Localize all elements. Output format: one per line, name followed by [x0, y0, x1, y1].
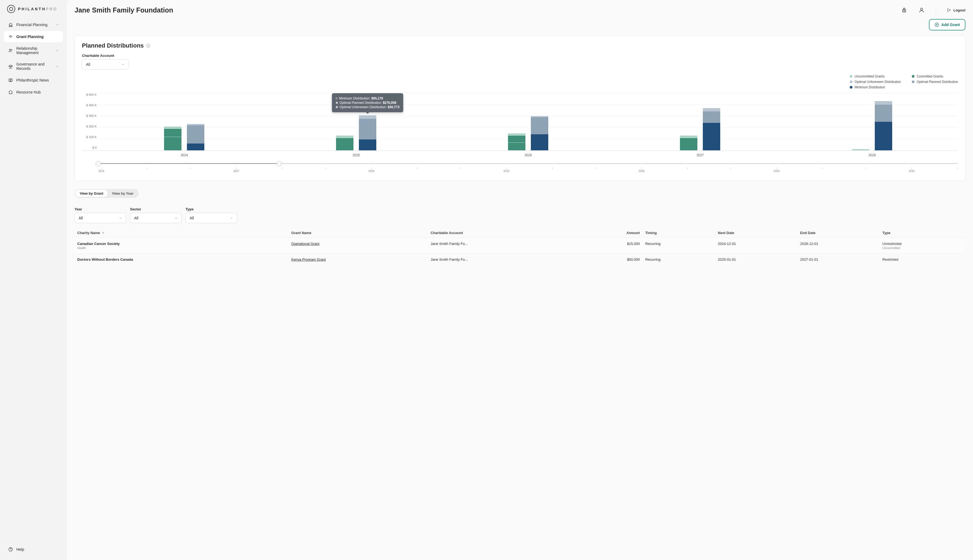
type-filter-select[interactable]: All [186, 213, 237, 223]
table-row[interactable]: Doctors Without Borders CanadaKenya Prog… [75, 253, 965, 266]
chart-legend: Uncommitted Grants Optimal Unforeseen Di… [82, 75, 958, 89]
distributions-bar[interactable] [531, 116, 548, 150]
th-amount[interactable]: Amount [577, 228, 643, 238]
chart: $ 500 K$ 400 K$ 300 K$ 200 K$ 100 K$ 0 M… [82, 91, 958, 174]
year-group: Minimum Distribution: $95,170Optimal Pla… [270, 115, 442, 150]
svg-point-1 [11, 50, 12, 50]
x-axis: 20242025202620272028 [98, 153, 958, 157]
grants-bar[interactable] [164, 127, 182, 150]
distributions-bar[interactable]: Minimum Distribution: $95,170Optimal Pla… [359, 115, 376, 150]
svg-point-0 [10, 49, 11, 50]
year-group [98, 124, 270, 150]
view-by-grant-tab[interactable]: View by Grant [75, 190, 107, 197]
view-toggle: View by Grant View by Year [75, 189, 139, 198]
chart-bars: Minimum Distribution: $95,170Optimal Pla… [98, 93, 958, 150]
nav-governance-records[interactable]: Governance and Records [4, 59, 63, 74]
plus-circle-icon [935, 22, 939, 27]
charity-name: Doctors Without Borders Canada [77, 257, 286, 262]
table-row[interactable]: Canadian Cancer SocietyHealthOperational… [75, 238, 965, 253]
chevron-down-icon [55, 23, 59, 27]
year-range-slider[interactable]: ⋮⋮ ⋮⋮ 2024 2027 2030 2033 2036 2039 2042 [98, 161, 958, 174]
charity-name: Canadian Cancer Society [77, 242, 286, 246]
svg-point-5 [904, 10, 905, 11]
type-cell: UnrestrictedUncommitted [880, 238, 965, 253]
distributions-bar[interactable] [875, 101, 892, 150]
amount-cell: $50,000 [577, 253, 643, 266]
chevron-down-icon [121, 63, 125, 66]
section-title: Planned Distributions i [82, 42, 958, 49]
distributions-bar[interactable] [703, 108, 720, 150]
chevron-down-icon [55, 49, 59, 52]
th-grant[interactable]: Grant Name [289, 228, 428, 238]
year-group [786, 101, 958, 150]
nav-grant-planning[interactable]: Grant Planning [4, 31, 63, 42]
end-date-cell: 2028-12-01 [797, 238, 880, 253]
charitable-account-select[interactable]: All [82, 59, 129, 70]
y-axis: $ 500 K$ 400 K$ 300 K$ 200 K$ 100 K$ 0 [82, 93, 98, 150]
sidebar: PHILANTHPRO Financial Planning Grant Pla… [0, 0, 67, 560]
logout-icon [947, 8, 951, 12]
grants-bar[interactable] [852, 149, 869, 150]
account-cell: Jane Smith Family Fo... [428, 238, 577, 253]
main-content: Jane Smith Family Foundation Logout Add … [67, 0, 973, 560]
account-cell: Jane Smith Family Fo... [428, 253, 577, 266]
nav-relationship-management[interactable]: Relationship Management [4, 43, 63, 58]
logo[interactable]: PHILANTHPRO [0, 5, 67, 19]
th-charity[interactable]: Charity Name [75, 228, 289, 238]
svg-rect-4 [903, 10, 906, 12]
charity-sector: Health [77, 246, 286, 250]
lock-icon[interactable] [901, 7, 908, 13]
th-end[interactable]: End Date [797, 228, 880, 238]
next-date-cell: 2025-01-01 [715, 253, 797, 266]
year-filter-select[interactable]: All [75, 213, 126, 223]
nav-resource-hub[interactable]: Resource Hub [4, 87, 63, 98]
nav-help[interactable]: Help [4, 544, 63, 555]
nav-financial-planning[interactable]: Financial Planning [4, 19, 63, 30]
amount-cell: $15,000 [577, 238, 643, 253]
next-date-cell: 2024-12-01 [715, 238, 797, 253]
logout-button[interactable]: Logout [947, 8, 965, 12]
th-next[interactable]: Next Date [715, 228, 797, 238]
people-icon [8, 48, 13, 53]
distributions-bar[interactable] [187, 124, 204, 150]
slider-handle-to[interactable]: ⋮⋮ [276, 161, 282, 167]
timing-cell: Recurring [642, 238, 715, 253]
grant-name-link[interactable]: Operational Grant [291, 242, 319, 246]
chevron-down-icon [174, 217, 178, 220]
chevron-down-icon [230, 217, 233, 220]
planned-distributions-card: Planned Distributions i Charitable Accou… [75, 35, 965, 181]
logo-icon [7, 5, 15, 13]
logo-text: PHILANTHPRO [18, 7, 57, 11]
add-grant-button[interactable]: Add Grant [929, 19, 965, 30]
help-icon [8, 547, 13, 552]
table-filters: Year All Sector All Type All [75, 203, 965, 223]
chevron-down-icon [55, 65, 59, 68]
resource-icon [8, 90, 13, 95]
handshake-icon [8, 34, 13, 39]
year-group [614, 108, 786, 150]
grants-bar[interactable] [680, 135, 697, 150]
year-group [442, 116, 614, 150]
th-type[interactable]: Type [880, 228, 965, 238]
nav: Financial Planning Grant Planning Relati… [0, 19, 67, 98]
chevron-down-icon [119, 217, 122, 220]
grants-bar[interactable] [508, 133, 525, 150]
info-icon[interactable]: i [146, 44, 150, 48]
page-title: Jane Smith Family Foundation [75, 6, 173, 14]
nav-philanthropic-news[interactable]: Philanthropic News [4, 75, 63, 86]
sector-filter-select[interactable]: All [130, 213, 182, 223]
end-date-cell: 2027-01-01 [797, 253, 880, 266]
grant-name-link[interactable]: Kenya Program Grant [291, 257, 326, 262]
grants-bar[interactable] [336, 135, 353, 150]
th-timing[interactable]: Timing [642, 228, 715, 238]
news-icon [8, 78, 13, 83]
slider-handle-from[interactable]: ⋮⋮ [95, 161, 101, 167]
timing-cell: Recurring [642, 253, 715, 266]
view-by-year-tab[interactable]: View by Year [107, 190, 138, 197]
chart-tooltip: Minimum Distribution: $95,170Optimal Pla… [332, 93, 403, 112]
user-icon[interactable] [918, 7, 925, 13]
type-cell: Restricted [880, 253, 965, 266]
th-account[interactable]: Charitable Account [428, 228, 577, 238]
grants-table: Charity Name Grant Name Charitable Accou… [75, 228, 965, 266]
arrow-up-icon [102, 232, 104, 234]
